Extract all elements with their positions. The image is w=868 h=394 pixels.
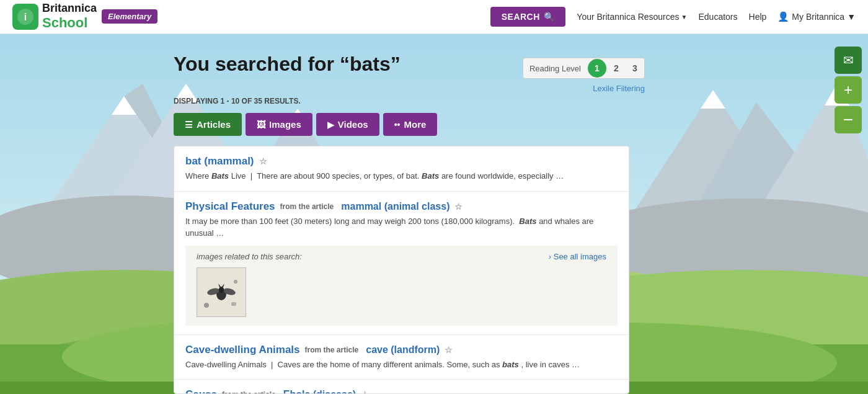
search-button-label: SEARCH bbox=[502, 12, 540, 22]
cave-article-link[interactable]: cave (landform) bbox=[366, 344, 440, 356]
articles-icon: ☰ bbox=[185, 120, 193, 130]
result-item-2: Physical Features from the article mamma… bbox=[174, 192, 629, 335]
reading-level-area: Reading Level 1 2 3 Lexile Filtering bbox=[523, 53, 645, 93]
image-thumbnail[interactable] bbox=[197, 267, 246, 317]
search-button[interactable]: SEARCH 🔍 bbox=[490, 7, 566, 27]
educators-link[interactable]: Educators bbox=[698, 12, 737, 22]
search-title: You searched for “bats” bbox=[174, 53, 401, 76]
articles-filter-button[interactable]: ☰ Articles bbox=[174, 113, 242, 136]
reading-level-1[interactable]: 1 bbox=[588, 59, 606, 78]
result-title-2: Physical Features from the article mamma… bbox=[185, 200, 618, 213]
svg-point-33 bbox=[204, 303, 209, 308]
content-overlay: You searched for “bats” Reading Level 1 … bbox=[0, 34, 868, 394]
result-snippet-1: Where Bats Live | There are about 900 sp… bbox=[185, 170, 618, 182]
physical-features-link[interactable]: Physical Features bbox=[185, 200, 275, 213]
logo-badge: Elementary bbox=[102, 9, 157, 24]
result-header: You searched for “bats” Reading Level 1 … bbox=[174, 53, 645, 93]
my-britannica-arrow-icon: ▼ bbox=[847, 12, 856, 22]
result-item-3: Cave-dwelling Animals from the article c… bbox=[174, 335, 629, 380]
star-icon-1[interactable]: ☆ bbox=[259, 156, 267, 166]
star-icon-2[interactable]: ☆ bbox=[454, 202, 463, 212]
result-title-3: Cave-dwelling Animals from the article c… bbox=[185, 344, 618, 356]
person-icon: 👤 bbox=[777, 11, 789, 22]
results-panel: bat (mammal) ☆ Where Bats Live | There a… bbox=[174, 146, 629, 394]
my-britannica-dropdown[interactable]: 👤 My Britannica ▼ bbox=[777, 11, 856, 22]
zoom-out-button[interactable]: − bbox=[835, 106, 862, 133]
article-from-label: from the article bbox=[280, 202, 334, 211]
result-snippet-2: It may be more than 100 feet (30 meters)… bbox=[185, 215, 618, 240]
logo-icon: i bbox=[12, 4, 38, 30]
result-item-4: Cause from the article Ebola (disease) ☆… bbox=[174, 380, 629, 394]
svg-point-30 bbox=[219, 287, 224, 293]
see-all-images-link[interactable]: › See all images bbox=[549, 252, 606, 261]
videos-icon: ▶ bbox=[327, 120, 334, 130]
main-scene: You searched for “bats” Reading Level 1 … bbox=[0, 34, 868, 394]
images-icon: 🖼 bbox=[257, 120, 265, 130]
svg-text:i: i bbox=[24, 12, 27, 22]
mail-icon: ✉ bbox=[843, 53, 854, 68]
svg-point-34 bbox=[234, 280, 237, 284]
help-link[interactable]: Help bbox=[749, 12, 767, 22]
filter-buttons: ☰ Articles 🖼 Images ▶ Videos •• More bbox=[174, 113, 437, 136]
plus-icon: + bbox=[844, 81, 852, 99]
cave-dwelling-link[interactable]: Cave-dwelling Animals bbox=[185, 344, 300, 356]
star-icon-4[interactable]: ☆ bbox=[361, 390, 369, 394]
reading-level-3[interactable]: 3 bbox=[626, 58, 644, 78]
images-label: images related to this search: bbox=[197, 252, 302, 261]
mammal-article-link[interactable]: mammal (animal class) bbox=[341, 201, 450, 212]
result-title-4: Cause from the article Ebola (disease) ☆ bbox=[185, 388, 618, 394]
search-icon: 🔍 bbox=[544, 12, 555, 22]
more-filter-button[interactable]: •• More bbox=[383, 113, 438, 136]
svg-rect-35 bbox=[231, 302, 236, 306]
images-section: images related to this search: › See all… bbox=[185, 246, 618, 326]
sidebar-tools: ✉ + − bbox=[835, 47, 862, 133]
logo[interactable]: i Britannica School bbox=[12, 2, 97, 31]
more-icon: •• bbox=[394, 120, 401, 130]
images-section-header: images related to this search: › See all… bbox=[197, 252, 606, 261]
logo-text: Britannica School bbox=[42, 2, 97, 31]
reading-level-label: Reading Level bbox=[523, 60, 587, 77]
videos-filter-button[interactable]: ▶ Videos bbox=[316, 113, 379, 136]
header-nav: SEARCH 🔍 Your Britannica Resources ▼ Edu… bbox=[490, 7, 856, 27]
result-item-1: bat (mammal) ☆ Where Bats Live | There a… bbox=[174, 146, 629, 192]
result-title-1[interactable]: bat (mammal) ☆ bbox=[185, 155, 618, 168]
minus-icon: − bbox=[843, 110, 853, 130]
cause-link[interactable]: Cause bbox=[185, 388, 217, 394]
images-filter-button[interactable]: 🖼 Images bbox=[246, 113, 312, 136]
email-tool-button[interactable]: ✉ bbox=[835, 47, 862, 74]
ebola-article-from: from the article bbox=[222, 390, 276, 394]
zoom-in-button[interactable]: + bbox=[835, 76, 862, 104]
dropdown-arrow-icon: ▼ bbox=[681, 14, 688, 20]
reading-level-2[interactable]: 2 bbox=[607, 58, 626, 78]
star-icon-3[interactable]: ☆ bbox=[445, 345, 453, 355]
cave-article-from: from the article bbox=[305, 346, 359, 354]
reading-level-widget: Reading Level 1 2 3 bbox=[523, 58, 645, 79]
logo-area: i Britannica School Elementary bbox=[12, 2, 157, 31]
site-header: i Britannica School Elementary SEARCH 🔍 … bbox=[0, 0, 868, 34]
lexile-filtering-link[interactable]: Lexile Filtering bbox=[593, 84, 645, 93]
thumbnail-svg bbox=[197, 268, 246, 316]
result-snippet-3: Cave-dwelling Animals | Caves are the ho… bbox=[185, 359, 618, 371]
displaying-text: DISPLAYING 1 - 10 OF 35 RESULTS. bbox=[174, 97, 301, 105]
resources-dropdown[interactable]: Your Britannica Resources ▼ bbox=[577, 12, 687, 22]
ebola-article-link[interactable]: Ebola (disease) bbox=[283, 389, 356, 394]
reading-level-numbers: 1 2 3 bbox=[587, 58, 644, 78]
